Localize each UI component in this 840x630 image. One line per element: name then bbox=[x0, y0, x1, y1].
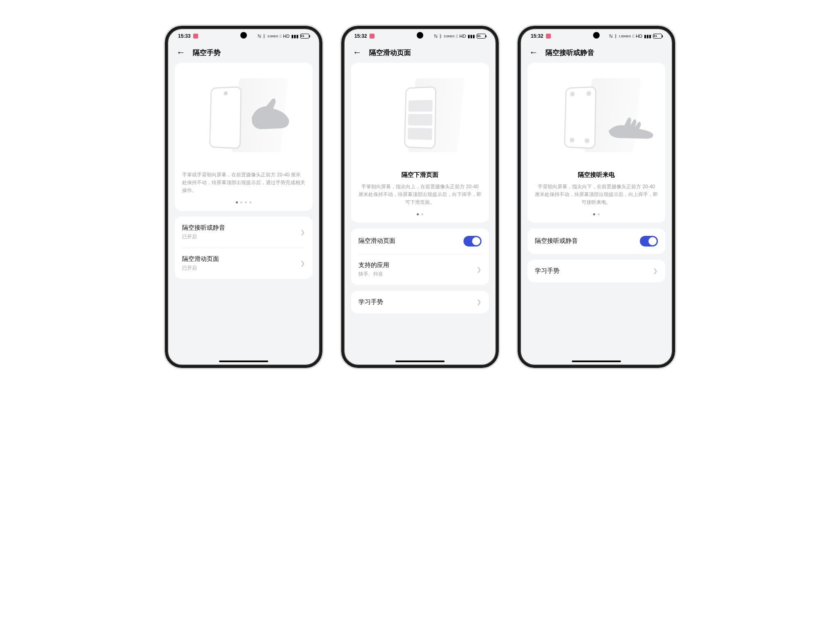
back-icon[interactable]: ← bbox=[529, 47, 538, 58]
chevron-right-icon: ❯ bbox=[653, 267, 658, 274]
row-title: 隔空滑动页面 bbox=[358, 237, 395, 245]
status-bar: 15:32 ℕᛒ 0.0KB/S 􀙇HD▮▮▮ 31 bbox=[345, 30, 495, 42]
page-indicator bbox=[182, 195, 305, 203]
phone-mockup-2: 15:32 ℕᛒ 0.0KB/S 􀙇HD▮▮▮ 31 ← 隔空滑动页面 隔空下滑… bbox=[340, 25, 500, 369]
row-supported-apps[interactable]: 支持的应用 快手、抖音 ❯ bbox=[351, 254, 489, 285]
toggle-switch[interactable] bbox=[640, 236, 658, 247]
page-title: 隔空接听或静音 bbox=[546, 48, 594, 57]
instruction-card: 隔空下滑页面 手掌朝向屏幕，指尖向上，在前置摄像头正前方 20-40 厘米处保持… bbox=[351, 63, 489, 223]
back-icon[interactable]: ← bbox=[353, 47, 362, 58]
instruction-card: 隔空接听来电 手背朝向屏幕，指尖向下，在前置摄像头正前方 20-40 厘米处保持… bbox=[527, 63, 665, 223]
instruction-title: 隔空接听来电 bbox=[535, 171, 658, 179]
gesture-illustration bbox=[182, 70, 305, 164]
row-subtitle: 已开启 bbox=[182, 233, 225, 240]
nfc-icon: ℕ bbox=[258, 34, 261, 39]
row-scroll-page[interactable]: 隔空滑动页面 已开启 ❯ bbox=[175, 248, 313, 279]
chevron-right-icon: ❯ bbox=[477, 299, 482, 305]
home-indicator[interactable] bbox=[395, 361, 445, 362]
status-app-icon bbox=[193, 34, 198, 39]
status-time: 15:32 bbox=[531, 33, 543, 39]
hd-icon: HD bbox=[283, 34, 290, 39]
settings-list-2: 学习手势 ❯ bbox=[527, 260, 665, 282]
back-icon[interactable]: ← bbox=[176, 47, 185, 58]
row-title: 隔空滑动页面 bbox=[182, 255, 219, 263]
chevron-right-icon: ❯ bbox=[300, 260, 305, 267]
title-bar: ← 隔空接听或静音 bbox=[522, 42, 671, 63]
status-bar: 15:33 ℕ ᛒ 0.0KB/S 􀙇 HD ▮▮▮ 31 bbox=[169, 30, 318, 42]
status-bar: 15:32 ℕᛒ 1.00KB/S 􀙇HD▮▮▮ 31 bbox=[522, 30, 671, 42]
instruction-text: 手掌或手背朝向屏幕，在前置摄像头正前方 20-40 厘米处保持不动，待屏幕顶部出… bbox=[182, 171, 305, 195]
status-app-icon bbox=[370, 34, 374, 39]
settings-list: 隔空接听或静音 已开启 ❯ 隔空滑动页面 已开启 ❯ bbox=[175, 217, 313, 279]
home-indicator[interactable] bbox=[572, 361, 621, 362]
instruction-text: 手掌朝向屏幕，指尖向上，在前置摄像头正前方 20-40 厘米处保持不动，待屏幕顶… bbox=[358, 183, 482, 207]
hand-icon bbox=[609, 107, 654, 144]
row-subtitle: 已开启 bbox=[182, 265, 219, 272]
gesture-illustration bbox=[358, 70, 482, 164]
status-time: 15:32 bbox=[354, 33, 367, 39]
camera-cutout bbox=[240, 32, 247, 39]
camera-cutout bbox=[417, 32, 423, 39]
row-title: 支持的应用 bbox=[358, 261, 389, 269]
instruction-text: 手背朝向屏幕，指尖向下，在前置摄像头正前方 20-40 厘米处保持不动，待屏幕顶… bbox=[535, 183, 658, 207]
wifi-icon: 􀙇 bbox=[280, 34, 281, 39]
title-bar: ← 隔空手势 bbox=[169, 42, 318, 63]
row-subtitle: 快手、抖音 bbox=[358, 271, 389, 278]
row-title: 隔空接听或静音 bbox=[182, 224, 225, 232]
page-indicator bbox=[358, 207, 482, 215]
home-indicator[interactable] bbox=[219, 361, 268, 362]
settings-list: 隔空滑动页面 支持的应用 快手、抖音 ❯ bbox=[351, 228, 489, 285]
settings-list: 隔空接听或静音 bbox=[527, 228, 665, 254]
row-title: 学习手势 bbox=[358, 298, 383, 306]
camera-cutout bbox=[593, 32, 600, 39]
row-scroll-toggle[interactable]: 隔空滑动页面 bbox=[351, 228, 489, 254]
battery-icon: 31 bbox=[300, 34, 309, 39]
phone-mockup-1: 15:33 ℕ ᛒ 0.0KB/S 􀙇 HD ▮▮▮ 31 ← 隔空手势 bbox=[164, 25, 324, 369]
bluetooth-icon: ᛒ bbox=[263, 34, 266, 39]
settings-list-2: 学习手势 ❯ bbox=[351, 291, 489, 313]
status-icons: ℕᛒ 1.00KB/S 􀙇HD▮▮▮ 31 bbox=[609, 34, 662, 39]
gesture-illustration bbox=[535, 70, 658, 164]
chevron-right-icon: ❯ bbox=[477, 266, 482, 273]
instruction-card: 手掌或手背朝向屏幕，在前置摄像头正前方 20-40 厘米处保持不动，待屏幕顶部出… bbox=[175, 63, 313, 211]
row-title: 隔空接听或静音 bbox=[535, 237, 578, 245]
instruction-title: 隔空下滑页面 bbox=[358, 171, 482, 179]
status-app-icon bbox=[546, 34, 551, 39]
status-time: 15:33 bbox=[178, 33, 191, 39]
status-icons: ℕᛒ 0.0KB/S 􀙇HD▮▮▮ 31 bbox=[434, 34, 486, 39]
page-title: 隔空滑动页面 bbox=[369, 48, 411, 57]
row-learn-gestures[interactable]: 学习手势 ❯ bbox=[527, 260, 665, 282]
row-answer-mute[interactable]: 隔空接听或静音 已开启 ❯ bbox=[175, 217, 313, 248]
phone-mockup-3: 15:32 ℕᛒ 1.00KB/S 􀙇HD▮▮▮ 31 ← 隔空接听或静音 bbox=[516, 25, 676, 369]
chevron-right-icon: ❯ bbox=[300, 229, 305, 235]
status-icons: ℕ ᛒ 0.0KB/S 􀙇 HD ▮▮▮ 31 bbox=[258, 34, 309, 39]
row-title: 学习手势 bbox=[535, 267, 559, 275]
row-learn-gestures[interactable]: 学习手势 ❯ bbox=[351, 291, 489, 313]
signal-icon: ▮▮▮ bbox=[291, 34, 299, 39]
row-answer-toggle[interactable]: 隔空接听或静音 bbox=[527, 228, 665, 254]
title-bar: ← 隔空滑动页面 bbox=[345, 42, 495, 63]
hand-icon bbox=[248, 95, 293, 132]
page-title: 隔空手势 bbox=[193, 48, 221, 57]
page-indicator bbox=[535, 207, 658, 215]
toggle-switch[interactable] bbox=[463, 236, 482, 247]
